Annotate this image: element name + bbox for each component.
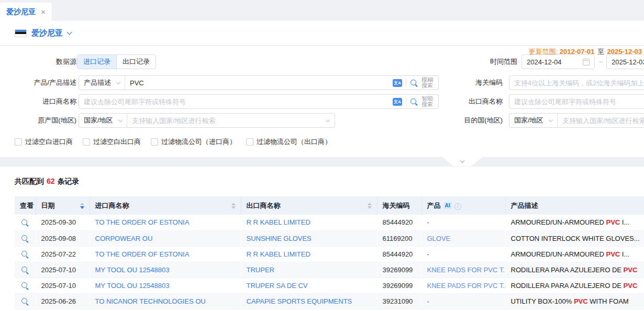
fuzzy-search-icon[interactable]	[410, 79, 418, 87]
checkbox-icon[interactable]	[15, 138, 22, 146]
exporter-label: 出口商名称	[429, 94, 503, 109]
importer-link[interactable]: TO THE ORDER OF ESTONIA	[90, 246, 241, 262]
checkbox-icon[interactable]	[246, 138, 253, 146]
view-detail-icon[interactable]	[21, 235, 29, 242]
exporter-input[interactable]	[509, 95, 644, 108]
table-row: 2025-09-08 CORPOWEAR OU SUNSHINE GLOVES …	[15, 230, 644, 246]
col-exporter: 出口商名称	[241, 196, 377, 215]
filter-blank-importer-checkbox[interactable]: 过滤空白进口商	[15, 137, 73, 147]
importer-input[interactable]	[79, 95, 393, 108]
view-cell	[15, 215, 36, 230]
chevron-down-icon	[118, 117, 123, 121]
date-cell: 2025-09-08	[36, 230, 90, 246]
checkbox-label: 过滤物流公司（出口商）	[257, 137, 331, 147]
time-range-label: 时间范围	[445, 54, 517, 69]
data-source-label: 数据源	[0, 54, 76, 69]
divider	[406, 97, 406, 106]
checkbox-label: 过滤物流公司（进口商）	[161, 137, 236, 147]
importer-link[interactable]: CORPOWEAR OU	[90, 230, 241, 246]
view-detail-icon[interactable]	[21, 266, 29, 274]
chevron-down-icon[interactable]	[326, 117, 330, 121]
product-link[interactable]: GLOVE	[421, 230, 505, 246]
description-cell: ARMOURED/UN-ARMOURED PVC I...	[505, 215, 644, 230]
end-date-input[interactable]	[612, 58, 644, 66]
view-cell	[15, 230, 36, 246]
date-cell: 2025-06-26	[36, 293, 90, 309]
product-link[interactable]: KNEE PADS FOR PVC T...	[421, 262, 505, 277]
tab-bar: 爱沙尼亚 ×	[0, 0, 644, 21]
tab-close-icon[interactable]: ×	[41, 8, 46, 16]
table-row: 2025-06-26 TO NICANOR TECHNOLOGIES OU CA…	[15, 293, 644, 309]
exporter-link[interactable]: SUNSHINE GLOVES	[241, 230, 377, 246]
date-cell: 2025-09-30	[36, 215, 90, 230]
end-date-picker[interactable]	[606, 54, 644, 69]
import-records-tab[interactable]: 进口记录	[77, 55, 116, 69]
filter-panel: 更新范围: 2012-07-01 至 2025-12-03 数据源 进口记录 出…	[0, 46, 644, 157]
checkbox-label: 过滤空白进口商	[25, 137, 73, 147]
date-sort-control[interactable]	[80, 203, 84, 209]
destination-country-type-select[interactable]: 国家/地区	[509, 114, 558, 127]
importer-label: 进口商名称	[0, 94, 76, 109]
view-detail-icon[interactable]	[21, 297, 29, 305]
hs-code-input[interactable]	[509, 76, 644, 90]
origin-country-type-value: 国家/地区	[84, 116, 113, 125]
filter-logistics-importer-checkbox[interactable]: 过滤物流公司（进口商）	[151, 137, 236, 147]
translate-icon[interactable]: 文A	[393, 79, 402, 87]
exporter-link[interactable]: CAPAPIE SPORTS EQUIPMENTS	[241, 293, 377, 309]
origin-country-input[interactable]	[127, 114, 322, 127]
chevron-down-icon	[116, 80, 120, 84]
origin-country-type-select[interactable]: 国家/地区	[79, 114, 127, 127]
info-icon[interactable]: i	[454, 203, 461, 210]
importer-link[interactable]: TO THE ORDER OF ESTONIA	[90, 215, 241, 230]
date-cell: 2025-07-10	[36, 277, 90, 293]
chevron-down-icon	[549, 117, 553, 121]
origin-country-field-group: 国家/地区	[79, 113, 335, 128]
country-name[interactable]: 爱沙尼亚	[31, 28, 63, 38]
product-cell: -	[421, 215, 505, 230]
start-date-input[interactable]	[527, 58, 583, 66]
description-cell: UTILITY BOX-100% PVC WITH FOAM	[505, 293, 644, 309]
chevron-down-icon[interactable]	[67, 29, 72, 35]
product-type-value: 产品描述	[84, 78, 111, 87]
importer-link[interactable]: MY TOOL OU 12548803	[90, 262, 241, 277]
filter-logistics-exporter-checkbox[interactable]: 过滤物流公司（出口商）	[246, 137, 331, 147]
tab-estonia[interactable]: 爱沙尼亚 ×	[0, 3, 52, 21]
importer-sort-control[interactable]	[231, 203, 236, 209]
table-header-row: 查看 日期 进口商名称 出口商名称 海关编码	[15, 196, 644, 215]
description-cell: RODILLERA PARA AZULEJERO DE PVC	[505, 277, 644, 293]
product-type-select[interactable]: 产品描述	[79, 76, 125, 90]
product-cell: -	[421, 293, 505, 309]
col-importer-label: 进口商名称	[95, 201, 129, 210]
col-hs-code: 海关编码	[377, 196, 421, 215]
translate-icon[interactable]: 文A	[393, 98, 402, 106]
view-detail-icon[interactable]	[21, 219, 29, 227]
exporter-link[interactable]: TRUPER SA DE CV	[241, 277, 377, 293]
calendar-icon[interactable]	[583, 59, 590, 65]
view-detail-icon[interactable]	[21, 250, 29, 258]
export-records-tab[interactable]: 出口记录	[116, 55, 156, 69]
data-source-toggle: 进口记录 出口记录	[77, 54, 156, 69]
checkbox-icon[interactable]	[83, 138, 90, 146]
count-suffix: 条记录	[58, 177, 80, 185]
exporter-field	[509, 94, 644, 109]
checkbox-icon[interactable]	[151, 138, 158, 146]
view-detail-icon[interactable]	[21, 282, 29, 290]
exporter-link[interactable]: R R KABEL LIMITED	[241, 215, 377, 230]
hs-code-cell: 61169200	[377, 230, 421, 246]
collapse-filter-button[interactable]	[442, 157, 482, 166]
start-date-picker[interactable]	[521, 54, 595, 69]
filter-blank-exporter-checkbox[interactable]: 过滤空白出口商	[83, 137, 141, 147]
exporter-sort-control[interactable]	[368, 203, 372, 209]
table-body: 2025-09-30 TO THE ORDER OF ESTONIA R R K…	[15, 215, 644, 309]
table-row: 2025-07-22 TO THE ORDER OF ESTONIA R R K…	[15, 246, 644, 262]
importer-link[interactable]: MY TOOL OU 12548803	[90, 277, 241, 293]
view-cell	[15, 277, 36, 293]
exporter-link[interactable]: R R KABEL LIMITED	[241, 246, 377, 262]
product-search-input[interactable]	[125, 76, 393, 90]
exporter-link[interactable]: TRUPER	[241, 262, 377, 277]
hs-code-cell: 85444920	[377, 215, 421, 230]
smart-search-icon[interactable]	[410, 98, 418, 106]
product-link[interactable]: KNEE PADS FOR PVC T...	[421, 277, 505, 293]
importer-link[interactable]: TO NICANOR TECHNOLOGIES OU	[90, 293, 241, 309]
destination-country-input[interactable]	[558, 114, 644, 127]
